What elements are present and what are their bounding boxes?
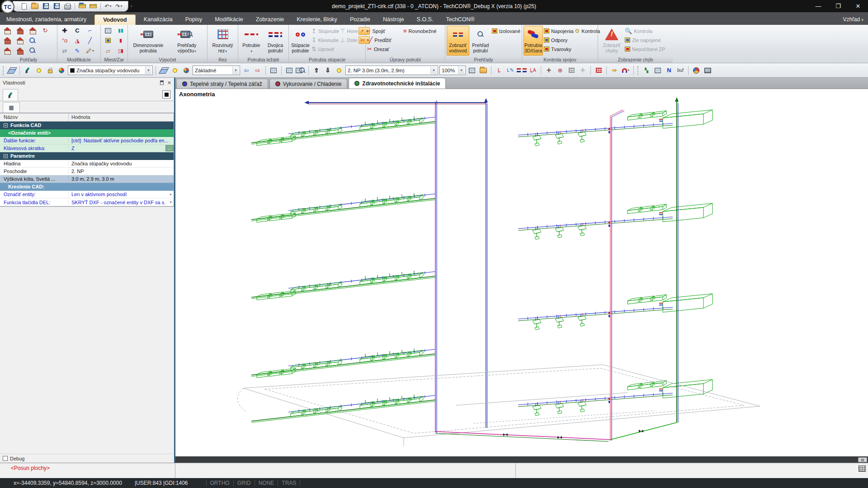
- grid-toggle[interactable]: GRID: [233, 480, 255, 486]
- import-layers-icon[interactable]: ⇦: [241, 66, 251, 75]
- open-folder-icon[interactable]: [30, 2, 39, 10]
- floor-visibility-icon[interactable]: [334, 66, 344, 75]
- layer-pen-icon[interactable]: [23, 66, 33, 75]
- ruler-pa-bar-icon[interactable]: [89, 2, 98, 10]
- appliance-icon[interactable]: [102, 36, 114, 45]
- close-panel-icon[interactable]: ✕: [167, 80, 171, 86]
- rotate-icon[interactable]: C: [71, 26, 83, 35]
- layer-lock-icon[interactable]: [45, 66, 55, 75]
- tab-miestnosti[interactable]: Miestnosti, zariadenia, armatúry: [0, 14, 93, 25]
- tab-vodovod[interactable]: Vodovod: [94, 14, 136, 25]
- ortho-toggle[interactable]: ORTHO: [206, 480, 233, 486]
- view-icon[interactable]: [1, 46, 13, 56]
- tab-edit-pencil[interactable]: [3, 89, 18, 101]
- potrubia-3d-ciara-button[interactable]: Potrubia 3D/čiara: [524, 26, 543, 56]
- tvarovky-item[interactable]: Tvarovky: [544, 45, 574, 53]
- snap-magnet-icon[interactable]: ▾: [621, 66, 631, 75]
- odpory-item[interactable]: Odpory: [544, 36, 574, 44]
- print-icon[interactable]: [63, 2, 72, 10]
- command-bar[interactable]: <Posun plochy>: [0, 463, 868, 478]
- layer-visibility-icon[interactable]: [34, 66, 44, 75]
- tab-tepelne-straty[interactable]: Tepelné straty / Tepelná záťaž: [176, 79, 268, 89]
- style-palette-icon[interactable]: [181, 66, 191, 75]
- zoom-window-icon[interactable]: [27, 46, 38, 56]
- rovnobezne-item[interactable]: ≡Rovnobežné: [403, 27, 436, 35]
- layer-palette-icon[interactable]: [57, 66, 66, 75]
- command-grid-icon[interactable]: [859, 465, 866, 472]
- tab-modifikacie[interactable]: Modifikácie: [208, 14, 250, 25]
- section-row[interactable]: −Parametre: [0, 152, 174, 160]
- grid-red-icon[interactable]: [594, 66, 604, 75]
- undo-icon[interactable]: ↶▾: [104, 2, 113, 10]
- copy-point-icon[interactable]: °o: [59, 36, 71, 45]
- property-row[interactable]: Klávesová skratka: Z...: [0, 145, 174, 152]
- layer-table-icon[interactable]: [269, 66, 278, 75]
- tab-vykurovanie[interactable]: Vykurovanie / Chladenie: [269, 79, 348, 89]
- measure-edit-icon[interactable]: L✎: [505, 66, 515, 75]
- tab-popisy[interactable]: Popisy: [179, 14, 209, 25]
- style-layers-icon[interactable]: [159, 66, 169, 75]
- subsection-row[interactable]: Kreslenie CAD:: [0, 183, 174, 191]
- tab-kreslenie-bloky[interactable]: Kreslenie, Bloky: [290, 14, 344, 25]
- debug-checkbox[interactable]: [3, 456, 8, 461]
- measure-pipes-icon[interactable]: [517, 66, 527, 75]
- property-row[interactable]: Poschodie 2. NP: [0, 168, 174, 175]
- polyline-icon[interactable]: ⌐: [84, 26, 96, 35]
- rotate-view-icon[interactable]: ↻: [39, 26, 51, 35]
- stupacie-potrubie-button[interactable]: Stúpacie potrubie: [290, 26, 311, 56]
- tab-sos[interactable]: S.O.S.: [410, 14, 440, 25]
- style-visibility-icon[interactable]: [170, 66, 180, 75]
- stretch-icon[interactable]: ⇄: [59, 46, 71, 56]
- property-row-dropdown[interactable]: Funkcia tlačidla DEL: SKRYŤ DXF - označe…: [0, 198, 174, 206]
- open-view-icon[interactable]: [478, 66, 488, 75]
- measure-text-icon[interactable]: L̳A: [528, 66, 538, 75]
- axonometric-drawing[interactable]: [175, 89, 868, 456]
- floor-combo[interactable]: 2. NP 3.0m (3.0m, 2.9m)▾: [345, 66, 438, 75]
- view-icon[interactable]: [27, 26, 38, 35]
- none-toggle[interactable]: NONE: [255, 480, 278, 486]
- blocks-icon[interactable]: ▚: [642, 66, 651, 75]
- vzhlad-menu[interactable]: Vzhľad ▾: [843, 16, 863, 23]
- debug-checkbox-row[interactable]: Debug: [0, 454, 174, 463]
- zoom-extents-icon[interactable]: [27, 36, 38, 45]
- zoom-rotate-icon[interactable]: ⊕: [555, 66, 565, 75]
- new-document-icon[interactable]: [19, 2, 28, 10]
- spojit-item[interactable]: ⌐Spojiť: [367, 27, 402, 35]
- close-button[interactable]: ✕: [848, 0, 868, 12]
- save-edit-icon[interactable]: [52, 2, 61, 10]
- floor-up-icon[interactable]: ⇧: [311, 66, 321, 75]
- property-row-selected[interactable]: Výšková kóta, Svetlá ... 3.0 m, 2.9 m, 3…: [0, 175, 174, 183]
- scrollbar-menu-icon[interactable]: ▤: [858, 457, 867, 462]
- mirror-icon[interactable]: ◮: [71, 36, 83, 45]
- rozvinuty-rez-button[interactable]: Rozvinutý rez▾: [209, 26, 236, 56]
- save-icon[interactable]: [41, 2, 50, 10]
- tab-pozadie[interactable]: Pozadie: [344, 14, 377, 25]
- ellipsis-button[interactable]: ...: [165, 145, 174, 151]
- door-icon[interactable]: ▮: [115, 36, 127, 45]
- export-layers-icon[interactable]: ⇨: [253, 66, 263, 75]
- napojenia-item[interactable]: Napojenia: [544, 27, 574, 35]
- tab-properties-table[interactable]: ▦: [3, 102, 20, 113]
- pin-icon[interactable]: [160, 80, 164, 85]
- select-region-icon[interactable]: [566, 66, 576, 75]
- color-wheel-icon[interactable]: [691, 66, 701, 75]
- radiator-pair-icon[interactable]: ▮▮: [115, 26, 127, 35]
- izolovane-item[interactable]: Izolované: [492, 27, 520, 35]
- view-icon[interactable]: [14, 26, 26, 35]
- drawing-canvas[interactable]: Axonometria: [175, 89, 868, 456]
- radiator-icon[interactable]: ▯▮: [115, 46, 127, 56]
- style-combo[interactable]: Základné▾: [193, 66, 240, 75]
- buildings-icon[interactable]: [703, 66, 712, 75]
- crosshair-icon[interactable]: ✛: [544, 66, 554, 75]
- qat-more-icon[interactable]: ▾: [128, 4, 134, 9]
- direction-arrow-icon[interactable]: ⇒: [609, 66, 619, 75]
- erase-icon[interactable]: ✎: [71, 46, 83, 56]
- minimize-button[interactable]: —: [808, 0, 828, 12]
- table-query-icon[interactable]: [296, 66, 306, 75]
- section-row[interactable]: −Funkcia CAD: [0, 122, 174, 129]
- prehlad-potrubi-button[interactable]: Prehľad potrubí: [470, 26, 491, 56]
- view-icon[interactable]: [14, 36, 26, 45]
- layer-combo[interactable]: Značka stúpačky vodovodu▾: [68, 66, 153, 75]
- property-row[interactable]: Hladina Značka stúpačky vodovodu: [0, 160, 174, 168]
- tab-techcon[interactable]: TechCON®: [439, 14, 481, 25]
